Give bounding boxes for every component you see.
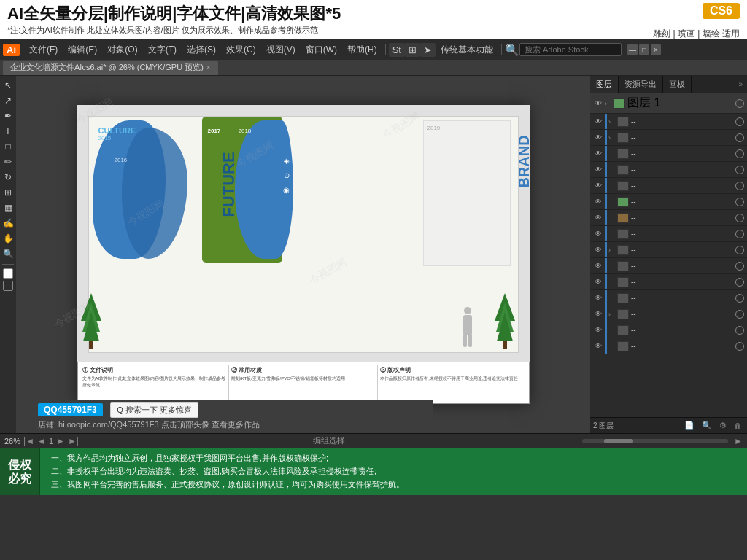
- hand-tool[interactable]: ✋: [1, 232, 15, 245]
- layer-item-14[interactable]: 👁 › --: [590, 322, 747, 338]
- layer-dot-4: [735, 166, 744, 174]
- menu-select[interactable]: 选择(S): [182, 42, 221, 58]
- search-input[interactable]: [519, 43, 622, 56]
- maximize-button[interactable]: □: [639, 44, 649, 55]
- horizontal-scrollbar[interactable]: [582, 439, 728, 443]
- layer-item-1[interactable]: 👁 › --: [590, 114, 747, 130]
- direct-select-tool[interactable]: ↗: [1, 94, 15, 107]
- layer-eye-8[interactable]: 👁: [593, 230, 603, 238]
- layer-item-10[interactable]: 👁 › --: [590, 258, 747, 274]
- layer-item-11[interactable]: 👁 › --: [590, 274, 747, 290]
- layer-thumb-14: [617, 325, 629, 335]
- panel-tab-layers[interactable]: 图层: [590, 76, 619, 93]
- layer-item-12[interactable]: 👁 › --: [590, 290, 747, 306]
- tree-right: [495, 292, 515, 353]
- active-tab[interactable]: 企业文化墙源文件AIcs6.ai* @ 26% (CMYK/GPU 预览) ×: [3, 61, 218, 75]
- close-button[interactable]: ×: [651, 44, 661, 55]
- layer-item-6[interactable]: 👁 › --: [590, 194, 747, 210]
- layer-arrow-2[interactable]: ›: [608, 134, 616, 141]
- new-layer-button[interactable]: 📄: [682, 420, 697, 431]
- text-tool[interactable]: T: [1, 125, 15, 138]
- menu-effect[interactable]: 效果(C): [221, 42, 261, 58]
- layer-eye-5[interactable]: 👁: [593, 182, 603, 190]
- layer-item-9[interactable]: 👁 › --: [590, 242, 747, 258]
- layer-arrow-9[interactable]: ›: [608, 246, 616, 254]
- layer-eye-12[interactable]: 👁: [593, 294, 603, 302]
- fill-color[interactable]: [3, 268, 13, 279]
- layer-eye-4[interactable]: 👁: [593, 166, 603, 174]
- select-tool[interactable]: ↖: [1, 79, 15, 92]
- menu-edit[interactable]: 编辑(E): [63, 42, 102, 58]
- menu-icon-st[interactable]: St: [389, 43, 405, 57]
- nav-first-button[interactable]: |◄: [23, 436, 34, 446]
- layer-name-1: --: [631, 117, 734, 125]
- layer-item-5[interactable]: 👁 › --: [590, 178, 747, 194]
- layer-dot-11: [735, 278, 744, 287]
- layer-item-4[interactable]: 👁 › --: [590, 162, 747, 178]
- design-canvas: CULTURE 2015 2016 2017 FUTURE 2018: [77, 105, 530, 404]
- panel-tab-assets[interactable]: 资源导出: [619, 76, 663, 93]
- delete-layer-button[interactable]: 🗑: [732, 421, 744, 431]
- info-section-1: ① 文件说明 文件为AI软件制作 此处立体效果图/内容/图片仅为展示效果、制作成…: [80, 365, 229, 401]
- menu-view[interactable]: 视图(V): [261, 42, 301, 58]
- canvas-area[interactable]: 今视图网 今视图网 今视图网 今视图网 今视图网 今视图网: [16, 76, 590, 433]
- layer-eye-9[interactable]: 👁: [593, 246, 603, 254]
- layer-item-7[interactable]: 👁 › --: [590, 210, 747, 226]
- layer-eye-14[interactable]: 👁: [593, 326, 603, 334]
- layer-item-13[interactable]: 👁 › --: [590, 306, 747, 322]
- layer-eye-10[interactable]: 👁: [593, 262, 603, 270]
- info-title-3: ③ 版权声明: [380, 366, 524, 374]
- layer-item-15[interactable]: 👁 › --: [590, 338, 747, 354]
- layer-item-2[interactable]: 👁 › --: [590, 130, 747, 146]
- stroke-color[interactable]: [3, 281, 13, 291]
- panel-tab-artboard[interactable]: 画板: [663, 76, 692, 93]
- layer-eye-1[interactable]: 👁: [593, 117, 603, 125]
- layer-arrow-13[interactable]: ›: [608, 311, 616, 318]
- layer-arrow-1[interactable]: ›: [608, 118, 616, 125]
- tool-separator: [2, 264, 14, 265]
- layer-item-8[interactable]: 👁 › --: [590, 226, 747, 242]
- panel-collapse-button[interactable]: »: [734, 76, 747, 93]
- zoom-tool[interactable]: 🔍: [1, 247, 15, 260]
- scale-tool[interactable]: ⊞: [1, 186, 15, 199]
- layer-eye-15[interactable]: 👁: [593, 342, 603, 350]
- gradient-tool[interactable]: ▦: [1, 201, 15, 214]
- menu-window[interactable]: 窗口(W): [301, 42, 342, 58]
- layer-eye-11[interactable]: 👁: [593, 278, 603, 286]
- menu-icon-arrow[interactable]: ➤: [420, 43, 436, 57]
- scroll-right-button[interactable]: ►: [734, 436, 743, 446]
- layer-thumb-12: [617, 293, 629, 303]
- menu-separator: [385, 44, 386, 55]
- workspace-label[interactable]: 传统基本功能: [436, 42, 498, 58]
- layer-1-header[interactable]: 👁 › 图层 1: [590, 93, 747, 114]
- layer-eye-7[interactable]: 👁: [593, 214, 603, 222]
- minimize-button[interactable]: —: [627, 44, 638, 55]
- icon-1: ◈: [284, 157, 290, 165]
- menu-file[interactable]: 文件(F): [24, 42, 63, 58]
- eyedropper-tool[interactable]: ✍: [1, 217, 15, 230]
- layer-1-visibility[interactable]: 👁: [593, 99, 603, 107]
- nav-prev-button[interactable]: ◄: [37, 436, 46, 446]
- menu-text[interactable]: 文字(T): [143, 42, 182, 58]
- layer-1-expand[interactable]: ›: [605, 100, 612, 107]
- shape-tool[interactable]: □: [1, 140, 15, 153]
- brush-tool[interactable]: ✏: [1, 155, 15, 168]
- search-layer-button[interactable]: 🔍: [700, 420, 714, 431]
- panel-settings-button[interactable]: ⚙: [717, 420, 729, 431]
- layer-eye-13[interactable]: 👁: [593, 310, 603, 318]
- nav-next-button[interactable]: ►: [56, 436, 65, 446]
- menu-icon-grid[interactable]: ⊞: [405, 43, 420, 57]
- rotate-tool[interactable]: ↻: [1, 171, 15, 184]
- tab-close-button[interactable]: ×: [206, 63, 211, 71]
- layer-item-3[interactable]: 👁 › --: [590, 146, 747, 162]
- menu-object[interactable]: 对象(O): [102, 42, 142, 58]
- scrollbar-thumb[interactable]: [604, 439, 633, 443]
- nav-last-button[interactable]: ►|: [68, 436, 79, 446]
- status-center-label: 编组选择: [82, 435, 576, 446]
- layer-eye-2[interactable]: 👁: [593, 133, 603, 141]
- svg-rect-11: [468, 334, 472, 347]
- menu-help[interactable]: 帮助(H): [342, 42, 382, 58]
- pen-tool[interactable]: ✒: [1, 109, 15, 122]
- layer-eye-3[interactable]: 👁: [593, 149, 603, 158]
- layer-eye-6[interactable]: 👁: [593, 198, 603, 206]
